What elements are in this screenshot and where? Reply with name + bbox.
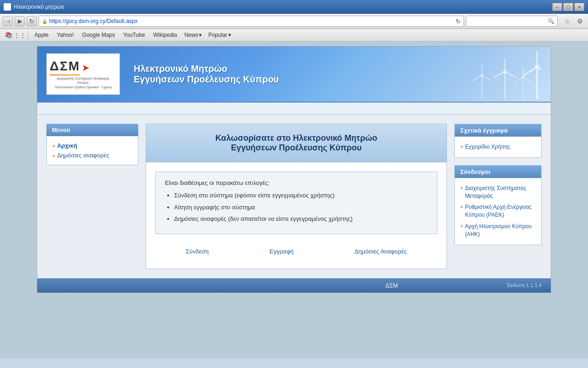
sidebar-link-home[interactable]: » Αρχική	[52, 141, 132, 150]
search-icon: 🔍	[548, 18, 554, 24]
login-link[interactable]: Σύνδεση	[186, 248, 209, 255]
ahk-link[interactable]: » Αρχή Ηλεκτρισμού Κύπρου (ΑΗΚ)	[460, 221, 536, 240]
site-nav	[37, 102, 551, 115]
forward-button[interactable]: ▶	[15, 16, 25, 26]
list-item: Δημόσιες αναφορές (δεν απαιτείται να είσ…	[174, 214, 428, 224]
svg-line-4	[505, 72, 516, 78]
window-title: Ηλεκτρονικό μητρώο	[14, 4, 64, 10]
public-reports-link[interactable]: Δημόσιες Αναφορές	[355, 248, 407, 255]
search-bar[interactable]: 🔍	[466, 16, 558, 27]
svg-line-9	[482, 75, 492, 81]
sidebar-link-public[interactable]: » Δημόσιες αναφορές	[52, 150, 132, 160]
separator	[28, 31, 28, 39]
list-item: Αίτηση εγγραφής στο σύστημα	[174, 203, 428, 212]
window-icon	[4, 3, 11, 11]
arrow-icon: »	[460, 143, 463, 150]
bookmark-youtube[interactable]: YouTube	[119, 31, 148, 39]
search-input[interactable]	[469, 18, 546, 24]
page-area: ΔΣΜ ➤ Διαχειριστής Συστήματος Μεταφοράς …	[0, 41, 588, 359]
svg-line-18	[523, 67, 537, 75]
arrow-icon: »	[52, 153, 55, 158]
footer-version: Έκδοση 1.1.1.4	[507, 282, 542, 288]
svg-line-8	[472, 75, 482, 81]
arrow-icon: »	[460, 203, 463, 210]
site-main: Μενού » Αρχική » Δημόσιες αναφορές Κ	[37, 115, 551, 278]
links-box: Σύνδεσμοι » Διαχειριστής Συστήματος Μετα…	[454, 165, 542, 245]
center-header: Καλωσορίσατε στο Ηλεκτρονικό Μητρώο Εγγυ…	[146, 124, 447, 162]
links-header: Σύνδεσμοι	[455, 166, 541, 178]
site-footer: ΔΣΜ Έκδοση 1.1.1.4	[37, 278, 551, 293]
refresh-icon[interactable]: ↻	[456, 18, 461, 25]
window-controls[interactable]: − □ ×	[552, 3, 584, 11]
bookmark-apple[interactable]: Apple	[31, 31, 52, 39]
raek-link[interactable]: » Ρυθμιστική Αρχή Ενέργειας Κύπρου (ΡΑΕΚ…	[460, 201, 536, 221]
links-body: » Διαχειριστής Συστήματος Μεταφοράς » Ρυ…	[455, 178, 541, 245]
star-icon[interactable]: ☆	[561, 16, 572, 27]
bookmark-google-maps[interactable]: Google Maps	[79, 31, 119, 39]
logo-arrow: ➤	[82, 62, 90, 73]
center-content: Καλωσορίσατε στο Ηλεκτρονικό Μητρώο Εγγυ…	[146, 124, 447, 269]
bookmarks-icon[interactable]: 📚	[4, 30, 14, 40]
sidebar-menu-header: Μενού	[46, 124, 138, 136]
site-header: ΔΣΜ ➤ Διαχειριστής Συστήματος Μεταφοράς …	[37, 46, 551, 102]
maximize-button[interactable]: □	[563, 3, 573, 11]
docs-header: Σχετικά έγγραφα	[455, 124, 541, 137]
chevron-down-icon: ▾	[228, 32, 231, 38]
footer-center: ΔΣΜ	[277, 282, 507, 289]
docs-body: » Εγχειρίδιο Χρήσης	[455, 137, 541, 157]
arrow-icon: »	[460, 184, 463, 191]
info-box: Είναι διαθέσιμες οι παρακάτω επιλογές: Σ…	[155, 172, 437, 234]
grid-icon[interactable]: ⋮⋮	[15, 30, 25, 40]
header-logo: ΔΣΜ ➤ Διαχειριστής Συστήματος Μεταφοράς …	[46, 53, 120, 95]
minimize-button[interactable]: −	[552, 3, 562, 11]
reload-button[interactable]: ↻	[27, 16, 37, 26]
center-body: Είναι διαθέσιμες οι παρακάτω επιλογές: Σ…	[146, 162, 447, 269]
close-button[interactable]: ×	[574, 3, 584, 11]
bookmark-wikipedia[interactable]: Wikipedia	[149, 31, 181, 39]
register-link[interactable]: Εγγραφή	[270, 248, 294, 255]
back-button[interactable]: ◀	[3, 16, 13, 26]
center-links: Σύνδεση Εγγραφή Δημόσιες Αναφορές	[155, 243, 437, 259]
chevron-down-icon: ▾	[199, 32, 202, 38]
sidebar: Μενού » Αρχική » Δημόσιες αναφορές	[46, 124, 138, 269]
docs-box: Σχετικά έγγραφα » Εγχειρίδιο Χρήσης	[454, 124, 542, 158]
bookmarks-bar: 📚 ⋮⋮ Apple Yahoo! Google Maps YouTube Wi…	[0, 29, 588, 41]
lock-icon: 🔒	[42, 19, 47, 24]
svg-line-14	[523, 77, 532, 82]
browser-toolbar: ◀ ▶ ↻ 🔒 ↻ 🔍 ☆ ⚙	[0, 14, 588, 29]
window-titlebar: Ηλεκτρονικό μητρώο − □ ×	[0, 0, 588, 14]
site-container: ΔΣΜ ➤ Διαχειριστής Συστήματος Μεταφοράς …	[37, 46, 551, 293]
list-item: Σύνδεση στο σύστημα (εφόσον είστε εγγεγρ…	[174, 191, 428, 200]
info-list: Σύνδεση στο σύστημα (εφόσον είστε εγγεγρ…	[174, 191, 428, 224]
settings-icon[interactable]: ⚙	[574, 16, 585, 27]
header-text: Ηλεκτρονικό Μητρώο Εγγυήσεων Προέλευσης …	[134, 63, 279, 85]
bookmark-news[interactable]: News ▾	[181, 31, 204, 39]
logo-subtitle: Διαχειριστής Συστήματος Μεταφοράς Κύπρος…	[55, 76, 112, 89]
right-sidebar: Σχετικά έγγραφα » Εγχειρίδιο Χρήσης Σύνδ…	[454, 124, 542, 269]
arrow-icon: »	[460, 223, 463, 230]
logo-line	[50, 75, 80, 75]
address-input[interactable]	[49, 18, 454, 24]
logo-dsm: ΔΣΜ	[50, 59, 80, 74]
bookmark-yahoo[interactable]: Yahoo!	[53, 31, 78, 39]
info-intro: Είναι διαθέσιμες οι παρακάτω επιλογές:	[165, 179, 428, 186]
bookmark-popular[interactable]: Popular ▾	[205, 31, 233, 39]
svg-line-3	[493, 72, 505, 78]
tsm-link[interactable]: » Διαχειριστής Συστήματος Μεταφοράς	[460, 183, 536, 202]
manual-link[interactable]: » Εγχειρίδιο Χρήσης	[460, 141, 536, 153]
windmills-svg	[358, 49, 542, 99]
windmills-decoration	[358, 46, 542, 102]
address-bar[interactable]: 🔒 ↻	[39, 16, 464, 27]
toolbar-extra: ☆ ⚙	[561, 16, 585, 27]
arrow-icon: »	[52, 143, 55, 149]
sidebar-menu-body: » Αρχική » Δημόσιες αναφορές	[46, 136, 138, 165]
